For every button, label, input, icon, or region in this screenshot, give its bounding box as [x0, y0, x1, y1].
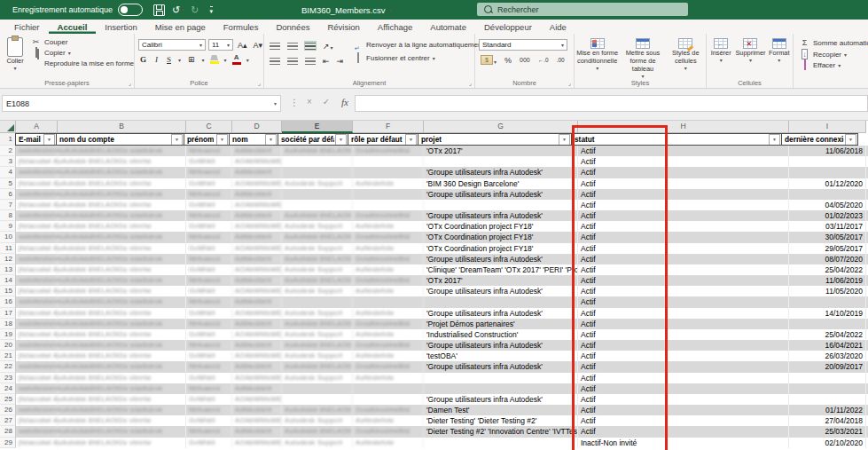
cell-G16[interactable]	[424, 296, 578, 307]
filter-dropdown-icon[interactable]: ▼	[265, 134, 277, 146]
cell-C12[interactable]: Nbfuaecd	[186, 254, 232, 264]
tab-developpeur[interactable]: Développeur	[475, 20, 541, 34]
cell-G20[interactable]: 'Groupe utilisateurs infra Autodesk'	[424, 340, 578, 351]
dialog-launcher-icon[interactable]: ⌟	[129, 80, 131, 86]
cell-C21[interactable]: GvMhkll	[186, 351, 232, 361]
cell-F2[interactable]: GvsdtmodmeBtd	[353, 146, 424, 156]
cell-A10[interactable]: wabdtesbetAuAobdsk8hELAOtGs sdatbdrok	[16, 232, 58, 242]
row-header-8[interactable]: 8	[0, 210, 16, 221]
column-header-B[interactable]: B	[58, 121, 186, 133]
cell-I28[interactable]: 25/03/2021	[789, 426, 866, 437]
cell-E5[interactable]: Autodesk Suppcrt	[282, 178, 353, 189]
cell-I20[interactable]: 16/04/2021	[789, 340, 866, 351]
cell-E8[interactable]: AuAobdsk 8hELAOtGs	[282, 210, 353, 221]
borders-button[interactable]: ⊞	[186, 55, 197, 64]
cell-D10[interactable]: AdMecbkrit	[232, 232, 282, 242]
search-input[interactable]: Rechercher	[477, 3, 688, 16]
cell-F10[interactable]: GvsdtmodmeBtd	[353, 232, 424, 242]
row-header-14[interactable]: 14	[0, 275, 16, 286]
percent-button[interactable]: %	[503, 56, 513, 65]
cell-H26[interactable]: Actif	[578, 405, 789, 415]
cell-D16[interactable]: AdMecbkrit	[232, 296, 282, 307]
cell-D7[interactable]: AOAbWMsWE	[232, 200, 282, 210]
cell-I14[interactable]: 11/06/2019	[789, 275, 866, 286]
column-header-I[interactable]: I	[789, 121, 866, 133]
cell-C26[interactable]: Nbfuaecd	[186, 405, 232, 415]
row-header-28[interactable]: 28	[0, 426, 16, 437]
column-header-H[interactable]: H	[578, 121, 789, 133]
cell-C27[interactable]: GvMhkll	[186, 415, 232, 426]
cell-F20[interactable]: GvsdtmodmeBtd	[353, 340, 424, 351]
cell-F28[interactable]: GvsdtmodmeBtd	[353, 426, 424, 437]
cell-C22[interactable]: Nbfuaecd	[186, 361, 232, 372]
cell-H21[interactable]: Actif	[578, 351, 789, 361]
autosum-button[interactable]: ΣSomme automatique	[799, 39, 868, 47]
cell-A7[interactable]: jfstacodwl AuAobdsk 8hELAOtGs vbnrtw	[16, 200, 58, 210]
row-header-23[interactable]: 23	[0, 373, 16, 383]
align-middle-button[interactable]	[285, 41, 300, 51]
cell-A25[interactable]: jfstacodwl AuAobdsk 8hELAOtGs vbnrtw	[16, 394, 58, 405]
tab-automate[interactable]: Automate	[421, 20, 475, 34]
cell-H23[interactable]: Actif	[578, 373, 789, 383]
cell-F18[interactable]: GvsdtmodmeBtd	[353, 319, 424, 329]
cell-G17[interactable]: 'Groupe utilisateurs infra Autodesk'	[424, 308, 578, 319]
row-header-16[interactable]: 16	[0, 296, 16, 307]
cell-G8[interactable]: 'Groupe utilisateurs infra Autodesk'	[424, 210, 578, 221]
cell-A15[interactable]: jfstacodwl AuAobdsk 8hELAOtGs vbnrtw	[16, 286, 58, 296]
cell-D4[interactable]: AdMecbkrit	[232, 167, 282, 178]
cell-H24[interactable]: Actif	[578, 383, 789, 394]
cell-G25[interactable]: 'Groupe utilisateurs infra Autodesk'	[424, 394, 578, 405]
italic-button[interactable]: I	[153, 55, 160, 64]
cell-C13[interactable]: GvMhkll	[186, 264, 232, 275]
cell-I23[interactable]	[789, 373, 866, 383]
cell-D18[interactable]: AdMecbkrit	[232, 319, 282, 329]
align-right-button[interactable]	[303, 56, 317, 66]
cell-F29[interactable]: AuNndefote	[353, 438, 424, 448]
cell-G5[interactable]: 'BIM 360 Design Barcelone'	[424, 178, 578, 189]
cell-A19[interactable]: jfstacodwl AuAobdsk 8hELAOtGs vbnrtw	[16, 329, 58, 340]
filter-header-H1[interactable]: statut▼	[571, 133, 782, 146]
row-header-12[interactable]: 12	[0, 254, 16, 264]
cell-G18[interactable]: 'Projet Démos partenaires'	[424, 319, 578, 329]
cell-E16[interactable]	[282, 296, 353, 307]
cell-C5[interactable]: GvMhkll	[186, 178, 232, 189]
cell-C15[interactable]: GvMhkll	[186, 286, 232, 296]
column-header-F[interactable]: F	[353, 121, 424, 133]
name-box-dropdown-icon[interactable]: ▾	[274, 100, 277, 107]
formula-input[interactable]	[355, 95, 868, 112]
tab-fichier[interactable]: Fichier	[5, 20, 49, 34]
filter-header-E1[interactable]: société par défaut▼	[278, 133, 348, 146]
cell-H2[interactable]: Actif	[578, 146, 789, 156]
cell-E13[interactable]: Autodesk Suppcrt	[282, 264, 353, 275]
cell-H15[interactable]: Actif	[578, 286, 789, 296]
column-header-D[interactable]: D	[232, 121, 282, 133]
cell-F5[interactable]: AuNndefote	[353, 178, 424, 189]
filter-dropdown-icon[interactable]: ▼	[335, 134, 347, 146]
cell-F22[interactable]: GvsdtmodmeBtd	[353, 361, 424, 372]
align-center-button[interactable]	[285, 56, 300, 66]
cell-G4[interactable]: 'Groupe utilisateurs infra Autodesk'	[424, 167, 578, 178]
cell-D19[interactable]: AOAbWMsWE	[232, 329, 282, 340]
cell-I9[interactable]: 03/11/2017	[789, 221, 866, 232]
cut-button[interactable]: ✂Couper	[30, 38, 134, 46]
cell-F27[interactable]: AuNndefote	[353, 415, 424, 426]
cell-C2[interactable]: Nbfuaecd	[186, 146, 232, 156]
align-bottom-button[interactable]	[303, 41, 317, 51]
select-all-button[interactable]	[0, 121, 16, 133]
fill-button[interactable]: ↓Recopier▾	[799, 50, 847, 59]
cell-A27[interactable]: jfstacodwl AuAobdsk 8hELAOtGs vbnrtw	[16, 415, 58, 426]
cell-F14[interactable]: GvsdtmodmeBtd	[353, 275, 424, 286]
cell-H3[interactable]: Actif	[578, 156, 789, 167]
cell-H17[interactable]: Actif	[578, 308, 789, 319]
cell-F24[interactable]	[353, 383, 424, 394]
cell-C29[interactable]: GvMhkll	[186, 438, 232, 448]
cell-A20[interactable]: wabdtesbetAuAobdsk8hELAOtGs sdatbdrok	[16, 340, 58, 351]
increase-font-button[interactable]: A▴	[236, 41, 249, 50]
filter-header-B1[interactable]: nom du compte▼	[56, 133, 184, 146]
cell-I19[interactable]: 25/04/2022	[789, 329, 866, 340]
copy-button[interactable]: Copier▾	[30, 49, 134, 57]
cell-E15[interactable]: Autodesk Suppcrt	[282, 286, 353, 296]
cell-H18[interactable]: Actif	[578, 319, 789, 329]
cell-F3[interactable]	[353, 156, 424, 167]
cell-H6[interactable]: Actif	[578, 189, 789, 200]
